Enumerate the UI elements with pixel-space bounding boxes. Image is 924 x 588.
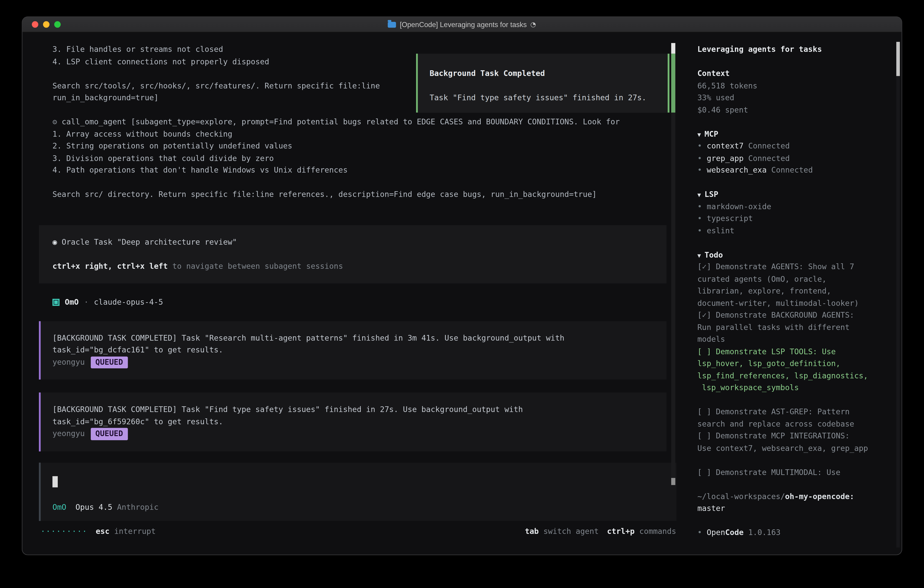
tool-call-item: 1. Array access without bounds checking <box>53 128 688 140</box>
version-line: •OpenCode 1.0.163 <box>697 527 893 539</box>
zoom-button[interactable] <box>54 21 61 28</box>
model-status-line: OmO Opus 4.5 Anthropic <box>53 501 676 513</box>
background-task-message: [BACKGROUND TASK COMPLETED] Task "Find t… <box>39 393 667 451</box>
desktop: [OpenCode] Leveraging agents for tasks ◔… <box>0 0 924 588</box>
oracle-task-panel: ◉ Oracle Task "Deep architecture review"… <box>39 225 667 284</box>
message-line: task_id="bg_dcfac161" to get results. <box>53 344 667 356</box>
mcp-section-header[interactable]: ▼MCP <box>697 128 893 140</box>
todo-item-done: [✓] Demonstrate AGENTS: Show all 7 curat… <box>697 261 893 309</box>
active-agent-name: OmO <box>53 502 66 511</box>
tool-call-item: 2. String operations on potentially unde… <box>53 140 688 152</box>
spinner-dots: ········· <box>41 527 87 536</box>
background-task-toast: Background Task Completed Task "Find typ… <box>416 54 669 112</box>
workspace-branch: master <box>697 503 893 515</box>
input-line[interactable] <box>53 476 676 489</box>
todo-item-active: [ ] Demonstrate LSP TOOLS: Use lsp_hover… <box>697 345 893 394</box>
oracle-title-line: ◉ Oracle Task "Deep architecture review" <box>53 236 667 248</box>
oracle-hint-line: ctrl+x right, ctrl+x left to navigate be… <box>53 260 667 272</box>
workspace-path-prefix: ~/local-workspaces/ <box>697 492 785 501</box>
toast-title: Background Task Completed <box>429 68 658 80</box>
window-title: [OpenCode] Leveraging agents for tasks <box>400 20 526 28</box>
progress-circle-icon: ◔ <box>530 21 536 28</box>
mcp-name: context7 <box>707 141 744 150</box>
queued-badge: QUEUED <box>91 356 128 368</box>
status-bar: ·········esc interrupt tab switch agentc… <box>41 526 676 538</box>
oracle-hint: to navigate between subagent sessions <box>168 261 343 270</box>
traffic-lights <box>22 21 61 28</box>
todo-section-header[interactable]: ▼Todo <box>697 249 893 261</box>
agent-model: claude-opus-4-5 <box>94 297 163 309</box>
message-meta: yeongyuQUEUED <box>53 356 667 368</box>
lsp-item: •typescript <box>697 213 893 225</box>
mcp-item: •grep_app Connected <box>697 152 893 164</box>
workspace-path: ~/local-workspaces/oh-my-opencode: <box>697 491 893 503</box>
tool-call-item: 4. Path operations that don't handle Win… <box>53 164 688 177</box>
close-button[interactable] <box>32 21 38 28</box>
minimize-button[interactable] <box>43 21 50 28</box>
prompt-input[interactable]: OmO Opus 4.5 Anthropic <box>39 462 676 521</box>
terminal-panel: 3. File handles or streams not closed 4.… <box>22 33 687 555</box>
chevron-down-icon: ▼ <box>697 131 701 138</box>
lsp-item: •markdown-oxide <box>697 201 893 213</box>
tool-call-item: 3. Division operations that could divide… <box>53 152 688 164</box>
context-used: 33% used <box>697 92 893 104</box>
record-icon: ◉ <box>53 237 57 246</box>
todo-item-pending: [ ] Demonstrate MCP INTEGRATIONS: Use co… <box>697 430 893 454</box>
scale-root: [OpenCode] Leveraging agents for tasks ◔… <box>0 0 924 588</box>
bullet-icon: • <box>697 202 702 211</box>
scrollbar-toast-accent <box>671 54 675 112</box>
lsp-section-header[interactable]: ▼LSP <box>697 188 893 201</box>
agent-name: OmO <box>65 297 79 309</box>
mcp-name: websearch_exa <box>707 165 767 174</box>
sidebar-scrollbar[interactable] <box>896 42 900 548</box>
bullet-icon: • <box>697 141 702 150</box>
todo-item-pending: [ ] Demonstrate AST-GREP: Pattern search… <box>697 406 893 430</box>
lsp-heading: LSP <box>705 190 718 199</box>
oracle-keybinding: ctrl+x right, ctrl+x left <box>53 261 168 270</box>
terminal-scrollbar[interactable] <box>671 43 675 485</box>
blank-line <box>53 248 667 260</box>
queued-badge: QUEUED <box>91 428 128 440</box>
lsp-name: markdown-oxide <box>707 202 771 211</box>
sidebar: Leveraging agents for tasks Context 66,5… <box>687 33 901 555</box>
scrollbar-thumb[interactable] <box>671 43 675 54</box>
folder-icon <box>388 21 396 28</box>
agent-header: OmO · claude-opus-4-5 <box>53 297 688 309</box>
lsp-name: typescript <box>707 214 753 223</box>
todo-item-pending: [ ] Demonstrate MULTIMODAL: Use <box>697 466 893 478</box>
context-heading: Context <box>697 68 893 80</box>
active-model-name: Opus 4.5 <box>76 502 112 511</box>
chevron-down-icon: ▼ <box>697 252 701 259</box>
opencode-window: [OpenCode] Leveraging agents for tasks ◔… <box>22 17 902 555</box>
message-author: yeongyu <box>53 429 85 438</box>
tool-call-footer: Search src/ directory. Return specific f… <box>53 188 688 201</box>
window-title-area: [OpenCode] Leveraging agents for tasks ◔ <box>22 17 901 32</box>
context-spent: $0.46 spent <box>697 104 893 116</box>
app-name-bold: Code <box>725 528 744 537</box>
background-task-message: [BACKGROUND TASK COMPLETED] Task "Resear… <box>39 321 667 380</box>
titlebar: [OpenCode] Leveraging agents for tasks ◔ <box>22 17 901 32</box>
tool-call-header: ⚙ call_omo_agent [subagent_type=explore,… <box>53 116 688 128</box>
tab-key-label: switch agent <box>539 527 599 536</box>
context-tokens: 66,518 tokens <box>697 80 893 92</box>
message-line: [BACKGROUND TASK COMPLETED] Task "Find t… <box>53 404 667 416</box>
bullet-icon: • <box>697 226 702 235</box>
text-cursor <box>53 476 58 487</box>
mcp-status: Connected <box>767 165 813 174</box>
tool-call-text: call_omo_agent [subagent_type=explore, p… <box>62 117 620 126</box>
oracle-title: Oracle Task "Deep architecture review" <box>62 237 237 246</box>
status-right: tab switch agentctrl+p commands <box>525 526 676 538</box>
app-name-regular: Open <box>707 528 725 537</box>
agent-square-icon <box>53 299 59 306</box>
separator-dot: · <box>84 297 88 309</box>
mcp-heading: MCP <box>705 129 718 138</box>
scrollbar-thumb[interactable] <box>896 42 900 76</box>
bullet-icon: • <box>697 528 702 537</box>
ctrlp-key-hint: ctrl+p <box>607 527 635 536</box>
chevron-down-icon: ▼ <box>697 192 701 198</box>
ctrlp-key-label: commands <box>635 527 676 536</box>
window-content: 3. File handles or streams not closed 4.… <box>22 33 901 555</box>
todo-item-done: [✓] Demonstrate BACKGROUND AGENTS: Run p… <box>697 309 893 345</box>
scrollbar-thumb-bottom[interactable] <box>671 478 675 485</box>
session-title: Leveraging agents for tasks <box>697 44 893 56</box>
